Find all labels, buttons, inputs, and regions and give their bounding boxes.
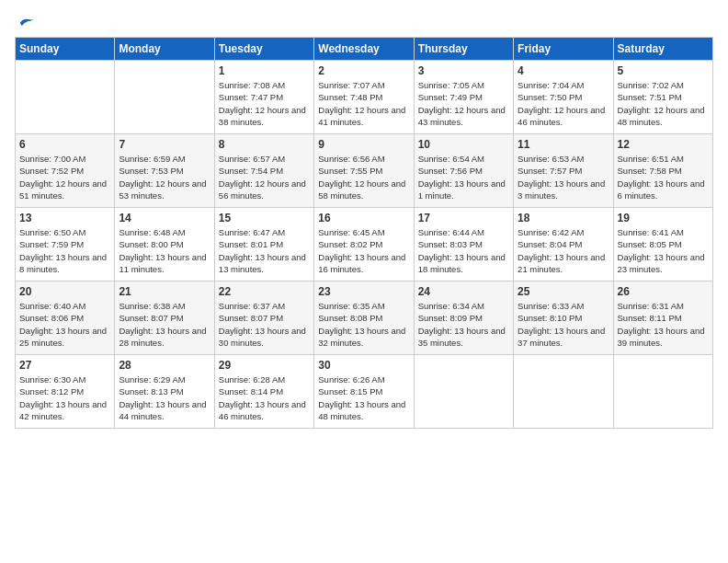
day-number: 14 xyxy=(119,212,210,224)
day-number: 19 xyxy=(618,212,709,224)
day-number: 27 xyxy=(19,359,110,372)
day-number: 22 xyxy=(219,285,310,298)
header-thursday: Thursday xyxy=(414,38,513,61)
calendar-cell: 1Sunrise: 7:08 AM Sunset: 7:47 PM Daylig… xyxy=(214,61,313,134)
calendar-cell: 19Sunrise: 6:41 AM Sunset: 8:05 PM Dayli… xyxy=(613,208,712,282)
calendar-cell: 27Sunrise: 6:30 AM Sunset: 8:12 PM Dayli… xyxy=(16,355,115,429)
day-number: 26 xyxy=(618,285,709,298)
calendar-cell: 20Sunrise: 6:40 AM Sunset: 8:06 PM Dayli… xyxy=(16,282,115,355)
day-number: 16 xyxy=(318,212,409,224)
day-info: Sunrise: 6:47 AM Sunset: 8:01 PM Dayligh… xyxy=(219,226,310,275)
calendar-cell: 26Sunrise: 6:31 AM Sunset: 8:11 PM Dayli… xyxy=(613,282,712,355)
day-info: Sunrise: 6:33 AM Sunset: 8:10 PM Dayligh… xyxy=(518,300,609,349)
day-info: Sunrise: 6:28 AM Sunset: 8:14 PM Dayligh… xyxy=(219,373,310,422)
day-number: 20 xyxy=(19,285,110,298)
calendar-header-row: SundayMondayTuesdayWednesdayThursdayFrid… xyxy=(16,38,713,61)
day-number: 29 xyxy=(219,359,310,372)
day-info: Sunrise: 6:56 AM Sunset: 7:55 PM Dayligh… xyxy=(318,153,409,201)
day-number: 18 xyxy=(518,212,609,224)
calendar-cell: 29Sunrise: 6:28 AM Sunset: 8:14 PM Dayli… xyxy=(214,355,313,429)
day-info: Sunrise: 6:53 AM Sunset: 7:57 PM Dayligh… xyxy=(518,153,609,201)
calendar-cell: 2Sunrise: 7:07 AM Sunset: 7:48 PM Daylig… xyxy=(314,61,414,134)
calendar-cell xyxy=(514,355,613,429)
calendar-cell: 13Sunrise: 6:50 AM Sunset: 7:59 PM Dayli… xyxy=(16,208,115,282)
day-number: 25 xyxy=(518,285,609,298)
day-info: Sunrise: 7:04 AM Sunset: 7:50 PM Dayligh… xyxy=(518,79,609,128)
header-friday: Friday xyxy=(514,38,613,61)
calendar-cell xyxy=(16,61,115,134)
day-number: 15 xyxy=(219,212,310,224)
header-tuesday: Tuesday xyxy=(214,38,313,61)
day-info: Sunrise: 6:30 AM Sunset: 8:12 PM Dayligh… xyxy=(19,373,110,422)
day-info: Sunrise: 6:48 AM Sunset: 8:00 PM Dayligh… xyxy=(119,226,210,275)
day-number: 5 xyxy=(618,64,709,77)
day-info: Sunrise: 6:57 AM Sunset: 7:54 PM Dayligh… xyxy=(219,153,310,201)
day-info: Sunrise: 6:38 AM Sunset: 8:07 PM Dayligh… xyxy=(119,300,210,349)
day-info: Sunrise: 6:44 AM Sunset: 8:03 PM Dayligh… xyxy=(418,226,509,275)
calendar-cell: 8Sunrise: 6:57 AM Sunset: 7:54 PM Daylig… xyxy=(214,134,313,208)
day-number: 1 xyxy=(219,64,310,77)
calendar-cell: 30Sunrise: 6:26 AM Sunset: 8:15 PM Dayli… xyxy=(314,355,414,429)
calendar-cell: 7Sunrise: 6:59 AM Sunset: 7:53 PM Daylig… xyxy=(115,134,214,208)
calendar-cell: 15Sunrise: 6:47 AM Sunset: 8:01 PM Dayli… xyxy=(214,208,313,282)
day-number: 4 xyxy=(518,64,609,77)
day-info: Sunrise: 6:51 AM Sunset: 7:58 PM Dayligh… xyxy=(618,153,709,201)
calendar-cell: 16Sunrise: 6:45 AM Sunset: 8:02 PM Dayli… xyxy=(314,208,414,282)
day-number: 28 xyxy=(119,359,210,372)
day-number: 10 xyxy=(418,138,509,151)
calendar-cell: 28Sunrise: 6:29 AM Sunset: 8:13 PM Dayli… xyxy=(115,355,214,429)
day-number: 2 xyxy=(318,64,409,77)
calendar-cell: 24Sunrise: 6:34 AM Sunset: 8:09 PM Dayli… xyxy=(414,282,513,355)
calendar-cell: 14Sunrise: 6:48 AM Sunset: 8:00 PM Dayli… xyxy=(115,208,214,282)
day-number: 13 xyxy=(19,212,110,224)
header-wednesday: Wednesday xyxy=(314,38,414,61)
day-info: Sunrise: 7:02 AM Sunset: 7:51 PM Dayligh… xyxy=(618,79,709,128)
calendar-cell: 5Sunrise: 7:02 AM Sunset: 7:51 PM Daylig… xyxy=(613,61,712,134)
calendar-cell: 4Sunrise: 7:04 AM Sunset: 7:50 PM Daylig… xyxy=(514,61,613,134)
day-info: Sunrise: 7:08 AM Sunset: 7:47 PM Dayligh… xyxy=(219,79,310,128)
day-number: 8 xyxy=(219,138,310,151)
header-monday: Monday xyxy=(115,38,214,61)
day-number: 30 xyxy=(318,359,409,372)
day-info: Sunrise: 6:31 AM Sunset: 8:11 PM Dayligh… xyxy=(618,300,709,349)
calendar-cell: 22Sunrise: 6:37 AM Sunset: 8:07 PM Dayli… xyxy=(214,282,313,355)
calendar-table: SundayMondayTuesdayWednesdayThursdayFrid… xyxy=(15,37,713,429)
calendar-week-1: 1Sunrise: 7:08 AM Sunset: 7:47 PM Daylig… xyxy=(16,61,713,134)
logo xyxy=(15,15,37,28)
header xyxy=(15,15,713,28)
day-info: Sunrise: 7:05 AM Sunset: 7:49 PM Dayligh… xyxy=(418,79,509,128)
day-number: 12 xyxy=(618,138,709,151)
calendar-cell: 23Sunrise: 6:35 AM Sunset: 8:08 PM Dayli… xyxy=(314,282,414,355)
calendar-cell xyxy=(414,355,513,429)
day-number: 11 xyxy=(518,138,609,151)
calendar-cell: 18Sunrise: 6:42 AM Sunset: 8:04 PM Dayli… xyxy=(514,208,613,282)
calendar-cell: 17Sunrise: 6:44 AM Sunset: 8:03 PM Dayli… xyxy=(414,208,513,282)
calendar-cell: 21Sunrise: 6:38 AM Sunset: 8:07 PM Dayli… xyxy=(115,282,214,355)
day-info: Sunrise: 6:59 AM Sunset: 7:53 PM Dayligh… xyxy=(119,153,210,201)
calendar-week-5: 27Sunrise: 6:30 AM Sunset: 8:12 PM Dayli… xyxy=(16,355,713,429)
calendar-cell xyxy=(613,355,712,429)
day-info: Sunrise: 6:41 AM Sunset: 8:05 PM Dayligh… xyxy=(618,226,709,275)
calendar-week-2: 6Sunrise: 7:00 AM Sunset: 7:52 PM Daylig… xyxy=(16,134,713,208)
calendar-week-3: 13Sunrise: 6:50 AM Sunset: 7:59 PM Dayli… xyxy=(16,208,713,282)
day-info: Sunrise: 6:45 AM Sunset: 8:02 PM Dayligh… xyxy=(318,226,409,275)
day-info: Sunrise: 6:42 AM Sunset: 8:04 PM Dayligh… xyxy=(518,226,609,275)
header-sunday: Sunday xyxy=(16,38,115,61)
day-number: 17 xyxy=(418,212,509,224)
day-number: 6 xyxy=(19,138,110,151)
calendar-cell: 9Sunrise: 6:56 AM Sunset: 7:55 PM Daylig… xyxy=(314,134,414,208)
day-info: Sunrise: 6:54 AM Sunset: 7:56 PM Dayligh… xyxy=(418,153,509,201)
day-info: Sunrise: 6:29 AM Sunset: 8:13 PM Dayligh… xyxy=(119,373,210,422)
day-number: 3 xyxy=(418,64,509,77)
day-info: Sunrise: 6:34 AM Sunset: 8:09 PM Dayligh… xyxy=(418,300,509,349)
calendar-cell: 12Sunrise: 6:51 AM Sunset: 7:58 PM Dayli… xyxy=(613,134,712,208)
calendar-cell: 11Sunrise: 6:53 AM Sunset: 7:57 PM Dayli… xyxy=(514,134,613,208)
day-number: 9 xyxy=(318,138,409,151)
day-info: Sunrise: 7:00 AM Sunset: 7:52 PM Dayligh… xyxy=(19,153,110,201)
day-number: 23 xyxy=(318,285,409,298)
day-number: 7 xyxy=(119,138,210,151)
calendar-week-4: 20Sunrise: 6:40 AM Sunset: 8:06 PM Dayli… xyxy=(16,282,713,355)
day-info: Sunrise: 6:40 AM Sunset: 8:06 PM Dayligh… xyxy=(19,300,110,349)
day-info: Sunrise: 6:35 AM Sunset: 8:08 PM Dayligh… xyxy=(318,300,409,349)
day-info: Sunrise: 6:50 AM Sunset: 7:59 PM Dayligh… xyxy=(19,226,110,275)
